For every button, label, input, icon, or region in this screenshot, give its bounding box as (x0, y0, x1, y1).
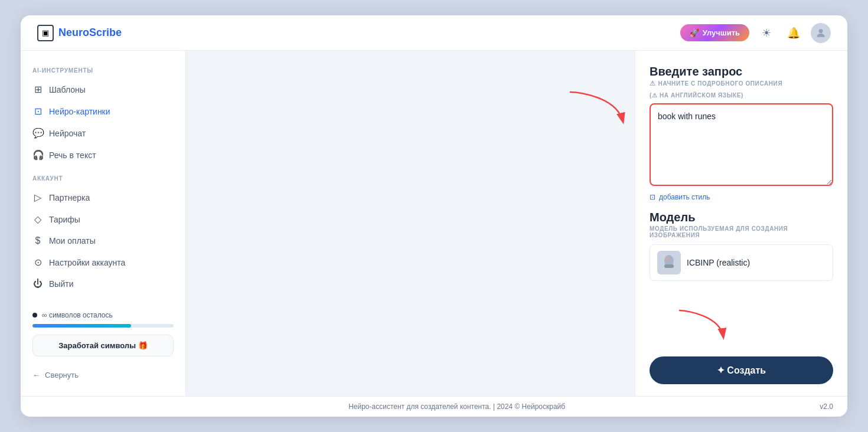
sun-button[interactable]: ☀ (756, 23, 776, 43)
earn-symbols-button[interactable]: Заработай символы 🎁 (32, 335, 174, 356)
templates-icon: ⊞ (32, 84, 43, 95)
partner-icon: ▷ (32, 192, 43, 203)
logo: ▣ NeuroScribe (37, 25, 122, 41)
bell-icon: 🔔 (787, 27, 800, 40)
infinity-dot (32, 313, 37, 318)
sidebar-section-account: АККАУНТ (21, 175, 185, 182)
model-section: Модель МОДЕЛЬ ИСПОЛЬЗУЕМАЯ ДЛЯ СОЗДАНИЯ … (650, 211, 833, 281)
sidebar-label-partner: Партнерка (49, 193, 90, 202)
svg-rect-2 (664, 264, 674, 268)
sidebar-item-templates[interactable]: ⊞ Шаблоны (21, 78, 185, 100)
progress-fill (32, 324, 131, 328)
speech-icon: 🎧 (32, 149, 43, 161)
progress-bar (32, 324, 174, 328)
add-style-icon: ⊡ (650, 193, 655, 201)
neurochat-icon: 💬 (32, 127, 43, 139)
header-actions: 🚀 Улучшить ☀ 🔔 (680, 23, 831, 43)
model-name: ICBINP (realistic) (687, 258, 750, 267)
content-area (186, 51, 635, 396)
footer-version: v2.0 (820, 402, 833, 411)
sidebar-label-tariffs: Тарифы (49, 215, 80, 224)
upgrade-label: Улучшить (703, 28, 740, 37)
sun-icon: ☀ (762, 27, 771, 40)
sidebar: AI-ИНСТРУМЕНТЫ ⊞ Шаблоны ⊡ Нейро-картинк… (21, 51, 186, 396)
add-style-label: добавить стиль (659, 193, 710, 201)
sidebar-label-logout: Выйти (49, 279, 73, 289)
collapse-button[interactable]: ← Свернуть (32, 366, 174, 384)
neuro-images-icon: ⊡ (32, 106, 43, 117)
warning-icon: ⚠ (650, 80, 656, 87)
upgrade-icon: 🚀 (690, 28, 699, 37)
collapse-icon: ← (32, 371, 40, 379)
sidebar-item-speech[interactable]: 🎧 Речь в текст (21, 144, 185, 166)
prompt-textarea[interactable] (650, 103, 833, 186)
right-panel: Введите запрос ⚠ НАЧНИТЕ С ПОДРОБНОГО ОП… (635, 51, 847, 396)
bell-button[interactable]: 🔔 (784, 23, 804, 43)
header: ▣ NeuroScribe 🚀 Улучшить ☀ 🔔 (21, 15, 847, 51)
footer: Нейро-ассистент для создателей контента.… (21, 396, 847, 417)
svg-point-0 (819, 29, 823, 33)
add-style-button[interactable]: ⊡ добавить стиль (650, 193, 710, 201)
prompt-section: Введите запрос ⚠ НАЧНИТЕ С ПОДРОБНОГО ОП… (650, 65, 833, 201)
model-selector[interactable]: ICBINP (realistic) (650, 244, 833, 281)
model-thumbnail (657, 251, 681, 274)
logo-text: NeuroScribe (58, 27, 122, 39)
sidebar-item-account-settings[interactable]: ⊙ Настройки аккаунта (21, 251, 185, 273)
prompt-subtitle: ⚠ НАЧНИТЕ С ПОДРОБНОГО ОПИСАНИЯ (650, 80, 833, 87)
payments-icon: $ (32, 235, 43, 246)
prompt-title: Введите запрос (650, 65, 833, 78)
sidebar-label-speech: Речь в текст (49, 150, 96, 160)
sidebar-label-account-settings: Настройки аккаунта (49, 258, 125, 267)
upgrade-button[interactable]: 🚀 Улучшить (680, 24, 749, 41)
model-title: Модель (650, 211, 833, 224)
sidebar-label-templates: Шаблоны (49, 85, 86, 94)
avatar[interactable] (811, 23, 831, 43)
sidebar-item-payments[interactable]: $ Мои оплаты (21, 230, 185, 251)
prompt-subtitle2: (⚠ НА АНГЛИЙСКОМ ЯЗЫКЕ) (650, 92, 833, 99)
account-settings-icon: ⊙ (32, 257, 43, 268)
model-subtitle: МОДЕЛЬ ИСПОЛЬЗУЕМАЯ ДЛЯ СОЗДАНИЯ ИЗОБРАЖ… (650, 225, 833, 238)
sidebar-item-neuro-images[interactable]: ⊡ Нейро-картинки (21, 100, 185, 122)
sidebar-label-payments: Мои оплаты (49, 236, 96, 246)
tariffs-icon: ◇ (32, 214, 43, 225)
main-layout: AI-ИНСТРУМЕНТЫ ⊞ Шаблоны ⊡ Нейро-картинк… (21, 51, 847, 396)
create-button[interactable]: ✦ Создать (650, 356, 833, 384)
sidebar-label-neurochat: Нейрочат (49, 129, 86, 138)
prompt-subtitle-text: НАЧНИТЕ С ПОДРОБНОГО ОПИСАНИЯ (658, 80, 783, 87)
footer-center: Нейро-ассистент для создателей контента.… (94, 402, 820, 411)
logout-icon: ⏻ (32, 279, 43, 289)
sidebar-item-logout[interactable]: ⏻ Выйти (21, 273, 185, 294)
sidebar-item-neurochat[interactable]: 💬 Нейрочат (21, 122, 185, 144)
sidebar-item-tariffs[interactable]: ◇ Тарифы (21, 208, 185, 230)
collapse-label: Свернуть (45, 371, 79, 379)
sidebar-bottom: ∞ символов осталось Заработай символы 🎁 … (21, 311, 185, 384)
sidebar-label-neuro-images: Нейро-картинки (49, 107, 110, 116)
sidebar-section-ai: AI-ИНСТРУМЕНТЫ (21, 67, 185, 74)
symbols-row: ∞ символов осталось (32, 311, 174, 319)
sidebar-item-partner[interactable]: ▷ Партнерка (21, 186, 185, 208)
footer-text: Нейро-ассистент для создателей контента.… (348, 402, 565, 411)
svg-point-3 (665, 257, 669, 260)
symbols-label: ∞ символов осталось (42, 311, 113, 319)
logo-icon: ▣ (37, 25, 54, 41)
